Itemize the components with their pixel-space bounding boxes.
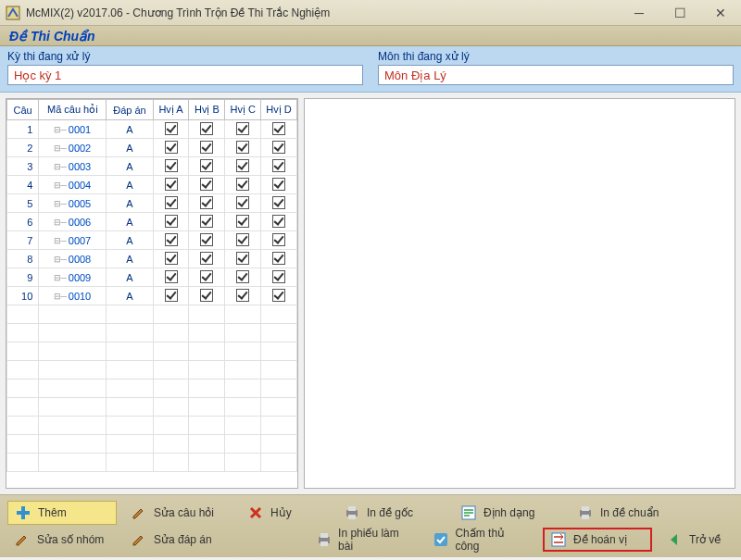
col-hva[interactable]: Hvị A: [153, 100, 189, 120]
checkbox-hvd[interactable]: [261, 120, 297, 139]
checkbox-hvb[interactable]: [189, 176, 225, 194]
col-code[interactable]: Mã câu hỏi: [39, 100, 107, 120]
checkbox-hva[interactable]: [153, 176, 189, 194]
table-row[interactable]: 1⊟─0001A: [7, 120, 297, 139]
row-num: 5: [7, 194, 39, 213]
checkbox-hvb[interactable]: [189, 139, 225, 157]
checkbox-hvb[interactable]: [189, 157, 225, 176]
format-button[interactable]: Định dạng: [454, 501, 563, 525]
plus-icon: [14, 504, 32, 522]
checkbox-hvd[interactable]: [261, 194, 297, 213]
minimize-button[interactable]: ─: [619, 0, 659, 25]
checkbox-hva[interactable]: [153, 120, 189, 139]
checkbox-hvc[interactable]: [225, 194, 261, 213]
checkbox-hvd[interactable]: [261, 176, 297, 194]
manual-grade-button[interactable]: Chấm thủ công: [426, 528, 535, 552]
print-original-button[interactable]: In đề gốc: [337, 501, 446, 525]
printer-icon: [343, 504, 361, 522]
checkbox-hvc[interactable]: [225, 176, 261, 194]
checkbox-hvc[interactable]: [225, 250, 261, 268]
table-row[interactable]: 6⊟─0006A: [7, 213, 297, 231]
table-row[interactable]: [7, 380, 297, 398]
exam-input[interactable]: [7, 65, 363, 85]
table-row[interactable]: 10⊟─0010A: [7, 287, 297, 305]
table-row[interactable]: 7⊟─0007A: [7, 231, 297, 250]
pencil-icon: [130, 504, 148, 522]
checkbox-hvb[interactable]: [189, 268, 225, 287]
row-num: 6: [7, 213, 39, 231]
printer-icon: [315, 530, 333, 549]
exam-label: Kỳ thi đang xử lý: [7, 50, 363, 63]
subject-input[interactable]: [378, 65, 734, 85]
col-cau[interactable]: Câu: [7, 100, 39, 120]
row-code: ⊟─0007: [39, 231, 107, 250]
format-icon: [459, 504, 478, 522]
table-row[interactable]: 3⊟─0003A: [7, 157, 297, 176]
table-row[interactable]: 8⊟─0008A: [7, 250, 297, 268]
checkbox-hva[interactable]: [153, 194, 189, 213]
maximize-button[interactable]: ☐: [659, 0, 700, 25]
pencil-icon: [13, 530, 31, 549]
col-dapan[interactable]: Đáp án: [107, 100, 153, 120]
checkbox-hvb[interactable]: [189, 231, 225, 250]
svg-rect-9: [582, 515, 589, 519]
checkbox-hvb[interactable]: [189, 120, 225, 139]
checkbox-hvc[interactable]: [225, 157, 261, 176]
add-button[interactable]: Thêm: [7, 501, 117, 525]
checkbox-hva[interactable]: [153, 268, 189, 287]
checkbox-hva[interactable]: [153, 287, 189, 305]
close-button[interactable]: ✕: [700, 0, 741, 25]
checkbox-hvc[interactable]: [225, 287, 261, 305]
edit-question-button[interactable]: Sửa câu hỏi: [124, 501, 233, 525]
table-row[interactable]: [7, 305, 297, 324]
checkbox-hva[interactable]: [153, 139, 189, 157]
checkbox-hvd[interactable]: [261, 250, 297, 268]
checkbox-hvc[interactable]: [225, 120, 261, 139]
checkbox-hva[interactable]: [153, 157, 189, 176]
row-num: 8: [7, 250, 39, 268]
edit-answer-button[interactable]: Sửa đáp án: [124, 528, 233, 552]
print-standard-button[interactable]: In đề chuẩn: [571, 501, 680, 525]
question-table-panel: Câu Mã câu hỏi Đáp án Hvị A Hvị B Hvị C …: [6, 98, 298, 489]
table-row[interactable]: [7, 417, 297, 435]
checkbox-hvb[interactable]: [189, 250, 225, 268]
checkbox-hvc[interactable]: [225, 139, 261, 157]
checkbox-hvd[interactable]: [261, 157, 297, 176]
row-answer: A: [107, 176, 153, 194]
checkbox-hvd[interactable]: [261, 139, 297, 157]
checkbox-hvb[interactable]: [189, 194, 225, 213]
table-row[interactable]: [7, 435, 297, 454]
table-row[interactable]: 5⊟─0005A: [7, 194, 297, 213]
checkbox-hvb[interactable]: [189, 287, 225, 305]
edit-group-button[interactable]: Sửa số nhóm: [7, 528, 117, 552]
row-answer: A: [107, 250, 153, 268]
table-row[interactable]: [7, 324, 297, 342]
svg-rect-2: [17, 511, 30, 515]
cancel-button[interactable]: Hủy: [241, 501, 315, 525]
col-hvb[interactable]: Hvị B: [189, 100, 225, 120]
question-table[interactable]: Câu Mã câu hỏi Đáp án Hvị A Hvị B Hvị C …: [6, 99, 297, 472]
checkbox-hva[interactable]: [153, 213, 189, 231]
back-button[interactable]: Trở về: [659, 528, 734, 552]
col-hvd[interactable]: Hvị D: [261, 100, 297, 120]
table-row[interactable]: 4⊟─0004A: [7, 176, 297, 194]
checkbox-hvc[interactable]: [225, 231, 261, 250]
table-row[interactable]: [7, 454, 297, 472]
checkbox-hvc[interactable]: [225, 213, 261, 231]
table-row[interactable]: 9⊟─0009A: [7, 268, 297, 287]
print-slip-button[interactable]: In phiếu làm bài: [309, 528, 419, 552]
checkbox-hvb[interactable]: [189, 213, 225, 231]
table-row[interactable]: 2⊟─0002A: [7, 139, 297, 157]
table-row[interactable]: [7, 398, 297, 417]
table-row[interactable]: [7, 342, 297, 361]
checkbox-hvd[interactable]: [261, 231, 297, 250]
col-hvc[interactable]: Hvị C: [225, 100, 261, 120]
checkbox-hvd[interactable]: [261, 268, 297, 287]
checkbox-hvd[interactable]: [261, 287, 297, 305]
table-row[interactable]: [7, 361, 297, 380]
checkbox-hva[interactable]: [153, 231, 189, 250]
checkbox-hva[interactable]: [153, 250, 189, 268]
permutation-button[interactable]: Đề hoán vị: [543, 528, 652, 552]
checkbox-hvd[interactable]: [261, 213, 297, 231]
checkbox-hvc[interactable]: [225, 268, 261, 287]
